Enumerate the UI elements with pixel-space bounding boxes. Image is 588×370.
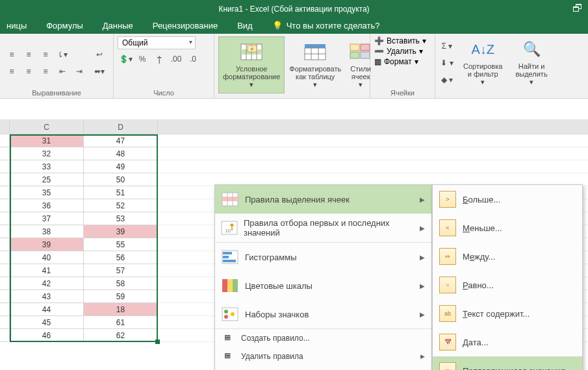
delete-cells-button[interactable]: ➖Удалить ▾ [374,47,423,56]
cell[interactable]: 33 [10,160,84,173]
cell[interactable]: 57 [84,264,158,277]
menu-clear-rules[interactable]: ▦ Удалить правила ▶ [215,347,431,365]
tab-data[interactable]: Данные [103,21,133,31]
col-header-d[interactable]: D [84,120,158,134]
cell[interactable]: 25 [10,173,84,186]
cell[interactable]: 39 [10,238,84,251]
cell[interactable]: 40 [10,251,84,264]
insert-icon: ➕ [374,36,384,45]
cell[interactable]: 32 [10,147,84,160]
cell[interactable]: 37 [10,212,84,225]
chevron-right-icon: ▶ [420,196,425,203]
align-top-icon[interactable]: ≡ [4,47,19,62]
cell[interactable]: 38 [10,225,84,238]
tab-formulas[interactable]: Формулы [46,21,83,31]
top-bottom-icon: 10 [222,219,237,236]
cell[interactable]: 42 [10,277,84,290]
cell[interactable]: 50 [84,173,158,186]
cell[interactable]: 36 [10,199,84,212]
cell[interactable]: 44 [10,303,84,316]
window-restore-icon[interactable]: 🗗 [572,3,583,14]
cell[interactable]: 52 [84,199,158,212]
table-row[interactable]: 3349 [0,160,588,173]
fill-icon[interactable]: ⬇ ▾ [439,56,455,70]
indent-inc-icon[interactable]: ⇥ [71,64,87,79]
menu-highlight-cells-rules[interactable]: Правила выделения ячеек ▶ [215,185,431,214]
align-bottom-icon[interactable]: ≡ [38,47,53,62]
cell[interactable]: 59 [84,290,158,303]
styles-label: Стили ячеек [350,65,371,80]
indent-dec-icon[interactable]: ⇤ [55,64,70,79]
ribbon: ≡ ≡ ≡ ⤹▾ ≡ ≡ ≡ ⇤ ⇥ ↩ ⬌▾ Выравнивание [0,34,588,99]
cell[interactable]: 49 [84,160,158,173]
worksheet[interactable]: C D 314732483349255035513652375338393955… [0,99,588,370]
cell[interactable]: 41 [10,264,84,277]
cell[interactable]: 47 [84,134,158,147]
menu-less-than[interactable]: < Меньше... [433,214,582,242]
cell[interactable]: 55 [84,238,158,251]
comma-icon[interactable]: ϯ [151,52,167,66]
conditional-formatting-button[interactable]: ≠ Условное форматирование ▾ [218,36,285,93]
menu-label: Меньше... [463,223,502,233]
col-header-c[interactable]: C [10,120,84,134]
orientation-icon[interactable]: ⤹▾ [55,47,70,62]
number-format-select[interactable]: Общий [118,36,196,49]
align-middle-icon[interactable]: ≡ [21,47,36,62]
dec-dec-icon[interactable]: .0 [185,52,201,66]
cell[interactable]: 56 [84,251,158,264]
cell[interactable]: 51 [84,186,158,199]
cell[interactable]: 35 [10,186,84,199]
format-cells-button[interactable]: ▦Формат ▾ [374,57,418,66]
menu-date-occurring[interactable]: 📅 Дата... [433,328,582,356]
cell[interactable]: 45 [10,316,84,329]
menu-manage-rules[interactable]: ▦ Управление правилами... [215,365,431,370]
menu-duplicate-values[interactable]: ≡ Повторяющиеся значения... [433,356,582,370]
autosum-icon[interactable]: Σ ▾ [439,39,455,53]
cell[interactable]: 43 [10,290,84,303]
merge-cells-icon[interactable]: ⬌▾ [90,64,109,79]
equal-icon: = [439,277,456,293]
cell[interactable]: 58 [84,277,158,290]
number-format-value: Общий [122,38,148,47]
menu-text-contains[interactable]: ab Текст содержит... [433,299,582,328]
table-row[interactable]: 3248 [0,147,588,160]
table-row[interactable]: 3147 [0,134,588,147]
align-center-icon[interactable]: ≡ [21,64,36,79]
percent-icon[interactable]: % [134,52,150,66]
group-alignment-label: Выравнивание [4,89,109,98]
cell[interactable]: 61 [84,316,158,329]
menu-greater-than[interactable]: > Больше... [433,185,582,214]
cell[interactable]: 62 [84,329,158,342]
menu-new-rule[interactable]: ▦ Создать правило... [215,329,431,347]
menu-between[interactable]: ⇔ Между... [433,242,582,271]
menu-label: Правила отбора первых и последних значен… [244,218,413,238]
tab-view[interactable]: Вид [237,21,253,31]
format-as-table-button[interactable]: Форматировать как таблицу ▾ [285,36,346,93]
menu-top-bottom-rules[interactable]: 10 Правила отбора первых и последних зна… [215,214,431,242]
cell[interactable]: 39 [84,225,158,238]
wrap-text-icon[interactable]: ↩ [90,47,109,62]
cell[interactable]: 31 [10,134,84,147]
find-select-button[interactable]: 🔍 Найти и выделить ▾ [511,38,552,88]
tell-me[interactable]: 💡 Что вы хотите сделать? [272,21,380,31]
clear-icon[interactable]: ◆ ▾ [439,73,455,87]
menu-color-scales[interactable]: Цветовые шкалы ▶ [215,271,431,300]
menu-icon-sets[interactable]: Наборы значков ▶ [215,300,431,328]
tab-fragment[interactable]: ницы [6,21,27,31]
cell[interactable]: 46 [10,329,84,342]
sort-filter-button[interactable]: A↓Z Сортировка и фильтр ▾ [459,38,507,88]
insert-cells-button[interactable]: ➕Вставить ▾ [374,36,426,45]
chevron-right-icon: ▶ [420,282,425,290]
svg-rect-14 [350,52,359,58]
align-left-icon[interactable]: ≡ [4,64,19,79]
align-right-icon[interactable]: ≡ [38,64,53,79]
menu-equal[interactable]: = Равно... [433,271,582,299]
cell[interactable]: 53 [84,212,158,225]
currency-icon[interactable]: 💲▾ [118,52,133,66]
tab-review[interactable]: Рецензирование [153,21,218,31]
cell[interactable]: 48 [84,147,158,160]
dec-inc-icon[interactable]: .00 [168,52,184,66]
svg-rect-23 [223,252,232,254]
cell[interactable]: 18 [84,303,158,316]
menu-data-bars[interactable]: Гистограммы ▶ [215,243,431,271]
